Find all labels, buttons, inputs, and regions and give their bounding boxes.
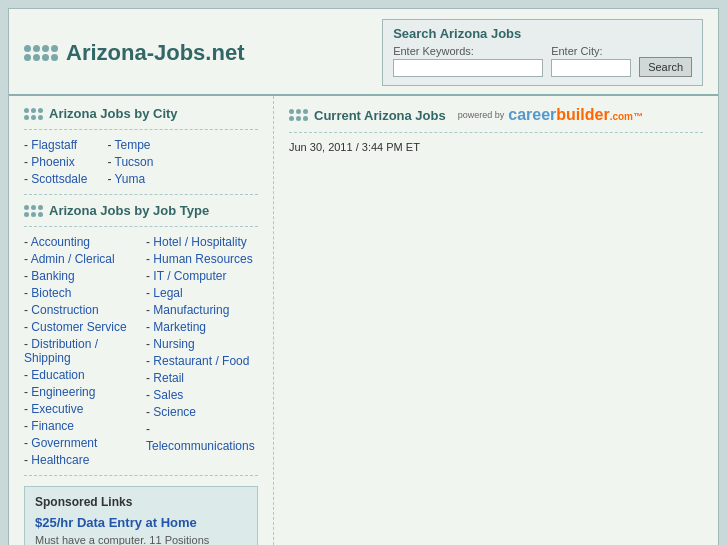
city-flagstaff: - Flagstaff bbox=[24, 138, 87, 152]
job-link-manufacturing[interactable]: Manufacturing bbox=[153, 303, 229, 317]
job-empty: - bbox=[146, 422, 258, 436]
job-it: - IT / Computer bbox=[146, 269, 258, 283]
job-construction: - Construction bbox=[24, 303, 136, 317]
job-link-executive[interactable]: Executive bbox=[31, 402, 83, 416]
job-nursing: - Nursing bbox=[146, 337, 258, 351]
site-title: Arizona-Jobs.net bbox=[66, 40, 244, 66]
logo-dot bbox=[42, 45, 49, 52]
logo-dot bbox=[33, 45, 40, 52]
left-column: Arizona Jobs by City - Flagstaff - Phoen… bbox=[9, 96, 274, 545]
jobs-divider bbox=[289, 132, 703, 133]
job-restaurant: - Restaurant / Food bbox=[146, 354, 258, 368]
search-box-title: Search Arizona Jobs bbox=[393, 26, 692, 41]
city-link-scottsdale[interactable]: Scottsdale bbox=[31, 172, 87, 186]
search-box: Search Arizona Jobs Enter Keywords: Ente… bbox=[382, 19, 703, 86]
job-link-restaurant[interactable]: Restaurant / Food bbox=[153, 354, 249, 368]
jobtype-section-title: Arizona Jobs by Job Type bbox=[49, 203, 209, 218]
job-legal: - Legal bbox=[146, 286, 258, 300]
job-hotel: - Hotel / Hospitality bbox=[146, 235, 258, 249]
job-biotech: - Biotech bbox=[24, 286, 136, 300]
job-accounting: - Accounting bbox=[24, 235, 136, 249]
logo-area: Arizona-Jobs.net bbox=[24, 40, 244, 66]
city-tucson: - Tucson bbox=[107, 155, 153, 169]
job-link-marketing[interactable]: Marketing bbox=[153, 320, 206, 334]
job-marketing: - Marketing bbox=[146, 320, 258, 334]
job-science: - Science bbox=[146, 405, 258, 419]
city-section-title: Arizona Jobs by City bbox=[49, 106, 178, 121]
city-link-tucson[interactable]: Tucson bbox=[115, 155, 154, 169]
sponsored-title: Sponsored Links bbox=[35, 495, 247, 509]
job-link-science[interactable]: Science bbox=[153, 405, 196, 419]
job-link-legal[interactable]: Legal bbox=[153, 286, 182, 300]
jobtype-col-1: - Accounting - Admin / Clerical - Bankin… bbox=[24, 235, 136, 467]
job-distribution: - Distribution / Shipping bbox=[24, 337, 136, 365]
job-link-finance[interactable]: Finance bbox=[31, 419, 74, 433]
jobtype-divider bbox=[24, 226, 258, 227]
job-link-government[interactable]: Government bbox=[31, 436, 97, 450]
keywords-label: Enter Keywords: bbox=[393, 45, 543, 57]
job-link-nursing[interactable]: Nursing bbox=[153, 337, 194, 351]
powered-by: powered by careerbuilder.com™ bbox=[458, 106, 643, 124]
city-link-phoenix[interactable]: Phoenix bbox=[31, 155, 74, 169]
city-input[interactable] bbox=[551, 59, 631, 77]
city-label: Enter City: bbox=[551, 45, 631, 57]
job-link-telecom[interactable]: Telecommunications bbox=[146, 439, 255, 453]
job-link-it[interactable]: IT / Computer bbox=[153, 269, 226, 283]
search-fields: Enter Keywords: Enter City: Search bbox=[393, 45, 692, 77]
city-section-header: Arizona Jobs by City bbox=[24, 106, 258, 121]
job-link-construction[interactable]: Construction bbox=[31, 303, 98, 317]
logo-dots bbox=[24, 45, 58, 61]
job-government: - Government bbox=[24, 436, 136, 450]
job-link-education[interactable]: Education bbox=[31, 368, 84, 382]
city-field-group: Enter City: bbox=[551, 45, 631, 77]
search-button[interactable]: Search bbox=[639, 57, 692, 77]
logo-dot bbox=[42, 54, 49, 61]
logo-dot bbox=[51, 54, 58, 61]
job-link-banking[interactable]: Banking bbox=[31, 269, 74, 283]
right-column: Current Arizona Jobs powered by careerbu… bbox=[274, 96, 718, 545]
job-link-hotel[interactable]: Hotel / Hospitality bbox=[153, 235, 246, 249]
job-executive: - Executive bbox=[24, 402, 136, 416]
current-jobs-title: Current Arizona Jobs bbox=[314, 108, 446, 123]
section-dots-2 bbox=[24, 205, 43, 217]
city-link-tempe[interactable]: Tempe bbox=[115, 138, 151, 152]
job-link-retail[interactable]: Retail bbox=[153, 371, 184, 385]
job-hr: - Human Resources bbox=[146, 252, 258, 266]
jobtype-col-2: - Hotel / Hospitality - Human Resources … bbox=[146, 235, 258, 467]
keywords-field-group: Enter Keywords: bbox=[393, 45, 543, 77]
job-education: - Education bbox=[24, 368, 136, 382]
job-banking: - Banking bbox=[24, 269, 136, 283]
powered-by-text: powered by bbox=[458, 110, 505, 120]
city-link-flagstaff[interactable]: Flagstaff bbox=[31, 138, 77, 152]
logo-dot bbox=[33, 54, 40, 61]
city-phoenix: - Phoenix bbox=[24, 155, 87, 169]
job-link-distribution[interactable]: Distribution / Shipping bbox=[24, 337, 98, 365]
job-link-hr[interactable]: Human Resources bbox=[153, 252, 252, 266]
job-admin: - Admin / Clerical bbox=[24, 252, 136, 266]
city-tempe: - Tempe bbox=[107, 138, 153, 152]
job-link-admin[interactable]: Admin / Clerical bbox=[31, 252, 115, 266]
job-manufacturing: - Manufacturing bbox=[146, 303, 258, 317]
city-yuma: - Yuma bbox=[107, 172, 153, 186]
job-sales: - Sales bbox=[146, 388, 258, 402]
keywords-input[interactable] bbox=[393, 59, 543, 77]
logo-dot bbox=[24, 45, 31, 52]
job-link-engineering[interactable]: Engineering bbox=[31, 385, 95, 399]
job-customer-service: - Customer Service bbox=[24, 320, 136, 334]
current-jobs-header: Current Arizona Jobs powered by careerbu… bbox=[289, 106, 703, 124]
city-link-yuma[interactable]: Yuma bbox=[115, 172, 146, 186]
sponsored-link[interactable]: $25/hr Data Entry at Home bbox=[35, 515, 247, 530]
job-link-biotech[interactable]: Biotech bbox=[31, 286, 71, 300]
jobtype-section-header: Arizona Jobs by Job Type bbox=[24, 203, 258, 218]
job-link-sales[interactable]: Sales bbox=[153, 388, 183, 402]
sponsored-divider bbox=[24, 475, 258, 476]
job-link-customer-service[interactable]: Customer Service bbox=[31, 320, 126, 334]
city-col-2: - Tempe - Tucson - Yuma bbox=[107, 138, 153, 186]
cb-builder-text: builder bbox=[556, 106, 609, 123]
job-telecom: Telecommunications bbox=[146, 439, 258, 453]
jobs-timestamp: Jun 30, 2011 / 3:44 PM ET bbox=[289, 141, 703, 153]
job-link-healthcare[interactable]: Healthcare bbox=[31, 453, 89, 467]
job-link-accounting[interactable]: Accounting bbox=[31, 235, 90, 249]
jobtype-links: - Accounting - Admin / Clerical - Bankin… bbox=[24, 235, 258, 467]
jobtype-top-divider bbox=[24, 194, 258, 195]
